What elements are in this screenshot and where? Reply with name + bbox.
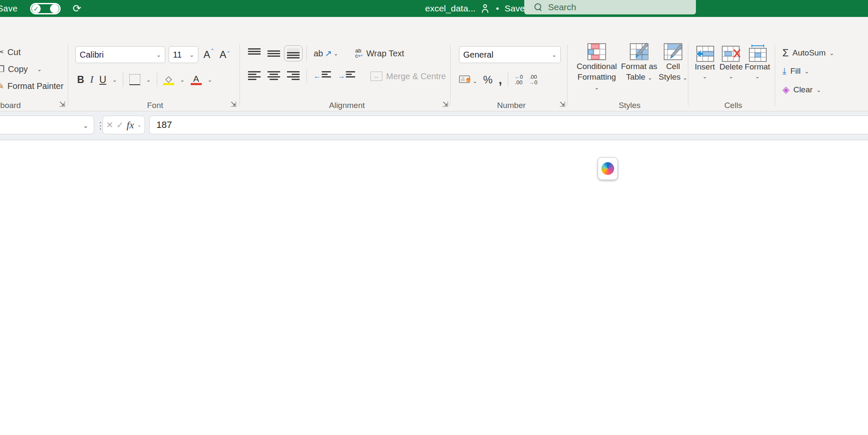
format-painter-button[interactable]: ✎Format Painter (0, 78, 64, 94)
name-box[interactable]: ⌄ (0, 116, 94, 134)
autosum-button[interactable]: Σ AutoSum⌄ (782, 47, 834, 59)
format-cells-button[interactable]: Format ⌄ (744, 44, 771, 80)
excel-window: Save ✓ ⟳ excel_data... • Saved ⌄ Search … (0, 0, 868, 435)
conditional-formatting-button[interactable]: Conditional Formatting ⌄ (576, 43, 617, 92)
underline-button[interactable]: U (99, 74, 106, 86)
increase-font-size-button[interactable]: A⌃ (203, 49, 214, 61)
delete-cells-button[interactable]: Delete ⌄ (718, 44, 744, 80)
conditional-formatting-icon (587, 43, 606, 61)
book-sync-icon[interactable]: ⟳ (73, 3, 81, 14)
increase-indent-button[interactable]: → (338, 71, 355, 81)
alignment-group-label: Alignment (244, 101, 450, 110)
copy-icon: ❐ (0, 64, 5, 74)
styles-group: Conditional Formatting ⌄ Format as Table… (571, 40, 688, 111)
font-dialog-launcher-icon[interactable]: ⇲ (231, 100, 236, 109)
clear-button[interactable]: ◈ Clear⌄ (782, 84, 821, 95)
fill-down-icon: ⤓ (782, 66, 787, 77)
group-separator (68, 44, 68, 106)
font-group: Calibri⌄ 11⌄ A⌃ A⌄ B I U ⌄ ⌄ ◇ ⌄ A ⌄ Fon… (72, 40, 238, 111)
cells-group: Insert ⌄ Delete ⌄ Format ⌄ Cells (692, 40, 775, 111)
clipboard-group-label: pboard (0, 101, 67, 110)
autosave-check-icon: ✓ (32, 4, 41, 13)
copy-button[interactable]: ❐Copy⌄ (0, 61, 42, 78)
svg-text:cc: cc (461, 78, 465, 82)
clipboard-dialog-launcher-icon[interactable]: ⇲ (59, 100, 65, 109)
search-placeholder: Search (548, 2, 576, 12)
percent-style-button[interactable]: % (483, 74, 492, 86)
clear-eraser-icon: ◈ (782, 84, 790, 95)
autosave-toggle[interactable]: ✓ (30, 3, 61, 14)
cell-styles-icon (663, 43, 683, 61)
fill-color-button[interactable]: ◇ (163, 75, 174, 85)
copilot-button[interactable] (598, 157, 618, 180)
borders-icon[interactable] (129, 74, 140, 85)
number-format-select[interactable]: General⌄ (459, 46, 561, 63)
top-align-button[interactable] (248, 48, 261, 58)
align-center-button[interactable] (267, 71, 280, 81)
title-bar: Save ✓ ⟳ excel_data... • Saved ⌄ Search (0, 0, 868, 17)
number-dialog-launcher-icon[interactable]: ⇲ (559, 100, 565, 109)
save-button[interactable]: Save (0, 4, 18, 14)
bottom-align-button[interactable] (287, 48, 300, 58)
group-separator (239, 44, 240, 106)
search-box[interactable]: Search (524, 0, 696, 14)
name-box-chevron-icon[interactable]: ⌄ (83, 122, 89, 130)
delete-cells-icon (721, 44, 741, 62)
middle-align-button[interactable] (267, 48, 280, 58)
borders-chevron-icon[interactable]: ⌄ (146, 77, 151, 83)
enter-icon[interactable]: ✓ (117, 120, 124, 130)
formula-controls: ✕ ✓ fx ⌄ (103, 116, 145, 134)
orientation-button[interactable]: ab↗⌄ (314, 48, 338, 58)
fill-color-chevron-icon[interactable]: ⌄ (180, 77, 185, 83)
accounting-format-button[interactable]: cc ⌄ (459, 75, 477, 84)
decrease-font-size-button[interactable]: A⌄ (220, 49, 231, 61)
wrap-text-icon: abc↩ (355, 48, 362, 58)
decrease-indent-button[interactable]: ← (314, 71, 331, 81)
bold-button[interactable]: B (77, 74, 84, 86)
format-as-table-icon (629, 43, 649, 61)
merge-and-centre-button[interactable]: ↔ Merge & Centre ⌄ (370, 72, 465, 81)
italic-button[interactable]: I (90, 74, 94, 85)
search-icon (534, 3, 542, 11)
font-color-button[interactable]: A (191, 75, 202, 85)
ribbon: ✂Cut ❐Copy⌄ ✎Format Painter pboard ⇲ Cal… (0, 40, 868, 111)
group-separator (450, 44, 451, 106)
comma-style-button[interactable]: , (498, 75, 502, 84)
number-group-label: Number (456, 101, 567, 110)
increase-decimal-button[interactable]: ←0.00 (514, 74, 523, 85)
editing-group: Σ AutoSum⌄ ⤓ Fill⌄ ◈ Clear⌄ (779, 40, 868, 111)
font-size-select[interactable]: 11⌄ (169, 46, 198, 63)
document-title-cluster: excel_data... • Saved ⌄ (425, 0, 541, 17)
cut-button[interactable]: ✂Cut (0, 44, 21, 61)
fill-button[interactable]: ⤓ Fill⌄ (782, 66, 809, 77)
insert-cells-button[interactable]: Insert ⌄ (692, 44, 718, 80)
decrease-decimal-button[interactable]: .00→0 (529, 74, 537, 85)
formula-input[interactable]: 187 (149, 116, 868, 134)
fx-chevron-icon[interactable]: ⌄ (137, 122, 141, 128)
alignment-dialog-launcher-icon[interactable]: ⇲ (442, 100, 448, 109)
document-title[interactable]: excel_data... (425, 3, 476, 14)
cell-styles-button[interactable]: Cell Styles ⌄ (653, 43, 693, 83)
styles-group-label: Styles (571, 101, 688, 110)
spreadsheet (0, 140, 868, 435)
ribbon-tab-bar (0, 17, 868, 40)
font-color-chevron-icon[interactable]: ⌄ (208, 77, 212, 83)
cancel-icon[interactable]: ✕ (106, 120, 113, 130)
merge-icon: ↔ (370, 72, 382, 81)
align-right-button[interactable] (287, 71, 300, 81)
underline-chevron-icon[interactable]: ⌄ (112, 77, 117, 83)
insert-function-icon[interactable]: fx (127, 119, 134, 131)
group-separator (688, 44, 688, 106)
align-left-button[interactable] (248, 71, 261, 81)
copilot-icon (601, 162, 614, 175)
number-group: General⌄ cc ⌄ % , ←0.00 .00→0 Number ⇲ (456, 40, 567, 111)
people-presence-icon[interactable] (481, 4, 490, 13)
font-name-select[interactable]: Calibri⌄ (75, 46, 165, 63)
banknote-icon: cc (459, 75, 472, 84)
autosave-knob (50, 4, 59, 13)
group-separator (775, 44, 775, 106)
wrap-text-button[interactable]: abc↩ Wrap Text (355, 48, 404, 58)
insert-cells-icon (695, 44, 715, 62)
alignment-group: ab↗⌄ abc↩ Wrap Text ← → ↔ Merge & Centre… (244, 40, 450, 111)
formula-bar-row: ⌄ ⋮ ✕ ✓ fx ⌄ 187 (0, 111, 868, 140)
